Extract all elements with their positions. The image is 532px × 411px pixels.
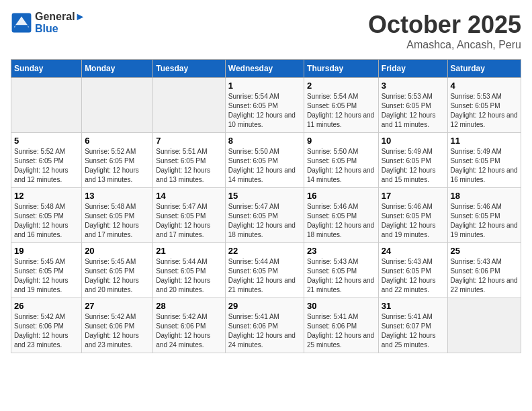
day-number: 31 <box>382 301 445 311</box>
day-number: 10 <box>382 136 445 146</box>
calendar-week-3: 12Sunrise: 5:48 AMSunset: 6:05 PMDayligh… <box>11 188 521 243</box>
day-info: Sunrise: 5:44 AMSunset: 6:05 PMDaylight:… <box>156 257 222 295</box>
calendar-cell: 5Sunrise: 5:52 AMSunset: 6:05 PMDaylight… <box>11 133 82 188</box>
day-info: Sunrise: 5:53 AMSunset: 6:05 PMDaylight:… <box>382 92 445 130</box>
calendar-cell: 29Sunrise: 5:41 AMSunset: 6:06 PMDayligh… <box>225 298 304 353</box>
calendar-cell: 7Sunrise: 5:51 AMSunset: 6:05 PMDaylight… <box>153 133 225 188</box>
day-info: Sunrise: 5:44 AMSunset: 6:05 PMDaylight:… <box>228 257 301 295</box>
calendar-week-2: 5Sunrise: 5:52 AMSunset: 6:05 PMDaylight… <box>11 133 521 188</box>
day-number: 7 <box>156 136 222 146</box>
day-number: 17 <box>382 191 445 201</box>
calendar-cell: 4Sunrise: 5:53 AMSunset: 6:05 PMDaylight… <box>447 78 521 133</box>
day-info: Sunrise: 5:43 AMSunset: 6:05 PMDaylight:… <box>382 257 445 295</box>
calendar-cell: 12Sunrise: 5:48 AMSunset: 6:05 PMDayligh… <box>11 188 82 243</box>
column-header-saturday: Saturday <box>447 60 521 78</box>
calendar-cell: 14Sunrise: 5:47 AMSunset: 6:05 PMDayligh… <box>153 188 225 243</box>
day-number: 30 <box>307 301 375 311</box>
day-info: Sunrise: 5:45 AMSunset: 6:05 PMDaylight:… <box>85 257 150 295</box>
day-info: Sunrise: 5:42 AMSunset: 6:06 PMDaylight:… <box>156 312 222 350</box>
day-info: Sunrise: 5:50 AMSunset: 6:05 PMDaylight:… <box>228 147 301 185</box>
calendar-cell: 17Sunrise: 5:46 AMSunset: 6:05 PMDayligh… <box>378 188 447 243</box>
day-number: 26 <box>14 301 79 311</box>
logo: General► Blue <box>11 11 85 35</box>
day-number: 14 <box>156 191 222 201</box>
calendar-cell: 31Sunrise: 5:41 AMSunset: 6:07 PMDayligh… <box>378 298 447 353</box>
day-info: Sunrise: 5:47 AMSunset: 6:05 PMDaylight:… <box>156 202 222 240</box>
day-number: 9 <box>307 136 375 146</box>
calendar-cell: 23Sunrise: 5:43 AMSunset: 6:05 PMDayligh… <box>304 243 379 298</box>
calendar-cell: 10Sunrise: 5:49 AMSunset: 6:05 PMDayligh… <box>378 133 447 188</box>
calendar-cell: 2Sunrise: 5:54 AMSunset: 6:05 PMDaylight… <box>304 78 379 133</box>
logo-icon <box>11 12 32 34</box>
day-number: 18 <box>451 191 518 201</box>
day-number: 5 <box>14 136 79 146</box>
calendar-cell: 21Sunrise: 5:44 AMSunset: 6:05 PMDayligh… <box>153 243 225 298</box>
calendar-cell <box>447 298 521 353</box>
calendar-cell: 6Sunrise: 5:52 AMSunset: 6:05 PMDaylight… <box>82 133 153 188</box>
day-number: 6 <box>85 136 150 146</box>
day-info: Sunrise: 5:53 AMSunset: 6:05 PMDaylight:… <box>451 92 518 130</box>
day-info: Sunrise: 5:51 AMSunset: 6:05 PMDaylight:… <box>156 147 222 185</box>
day-info: Sunrise: 5:43 AMSunset: 6:06 PMDaylight:… <box>451 257 518 295</box>
calendar-cell: 19Sunrise: 5:45 AMSunset: 6:05 PMDayligh… <box>11 243 82 298</box>
calendar-cell: 1Sunrise: 5:54 AMSunset: 6:05 PMDaylight… <box>225 78 304 133</box>
calendar-table: SundayMondayTuesdayWednesdayThursdayFrid… <box>11 59 521 353</box>
month-title: October 2025 <box>368 11 521 39</box>
day-info: Sunrise: 5:46 AMSunset: 6:05 PMDaylight:… <box>307 202 375 240</box>
day-info: Sunrise: 5:41 AMSunset: 6:07 PMDaylight:… <box>382 312 445 350</box>
page-header: General► Blue October 2025 Amashca, Anca… <box>11 11 521 51</box>
calendar-cell: 27Sunrise: 5:42 AMSunset: 6:06 PMDayligh… <box>82 298 153 353</box>
calendar-cell: 11Sunrise: 5:49 AMSunset: 6:05 PMDayligh… <box>447 133 521 188</box>
day-info: Sunrise: 5:45 AMSunset: 6:05 PMDaylight:… <box>14 257 79 295</box>
location-subtitle: Amashca, Ancash, Peru <box>368 39 521 51</box>
day-info: Sunrise: 5:48 AMSunset: 6:05 PMDaylight:… <box>14 202 79 240</box>
calendar-cell: 20Sunrise: 5:45 AMSunset: 6:05 PMDayligh… <box>82 243 153 298</box>
day-info: Sunrise: 5:47 AMSunset: 6:05 PMDaylight:… <box>228 202 301 240</box>
day-info: Sunrise: 5:43 AMSunset: 6:05 PMDaylight:… <box>307 257 375 295</box>
day-info: Sunrise: 5:46 AMSunset: 6:05 PMDaylight:… <box>382 202 445 240</box>
day-info: Sunrise: 5:49 AMSunset: 6:05 PMDaylight:… <box>451 147 518 185</box>
logo-text: General► Blue <box>35 11 85 35</box>
day-number: 25 <box>451 246 518 256</box>
day-info: Sunrise: 5:52 AMSunset: 6:05 PMDaylight:… <box>14 147 79 185</box>
day-info: Sunrise: 5:50 AMSunset: 6:05 PMDaylight:… <box>307 147 375 185</box>
calendar-cell: 26Sunrise: 5:42 AMSunset: 6:06 PMDayligh… <box>11 298 82 353</box>
calendar-cell: 15Sunrise: 5:47 AMSunset: 6:05 PMDayligh… <box>225 188 304 243</box>
day-number: 16 <box>307 191 375 201</box>
calendar-week-4: 19Sunrise: 5:45 AMSunset: 6:05 PMDayligh… <box>11 243 521 298</box>
day-number: 19 <box>14 246 79 256</box>
column-header-thursday: Thursday <box>304 60 379 78</box>
column-header-wednesday: Wednesday <box>225 60 304 78</box>
day-number: 24 <box>382 246 445 256</box>
day-info: Sunrise: 5:41 AMSunset: 6:06 PMDaylight:… <box>228 312 301 350</box>
calendar-cell: 25Sunrise: 5:43 AMSunset: 6:06 PMDayligh… <box>447 243 521 298</box>
calendar-cell: 13Sunrise: 5:48 AMSunset: 6:05 PMDayligh… <box>82 188 153 243</box>
day-number: 4 <box>451 81 518 91</box>
day-number: 23 <box>307 246 375 256</box>
calendar-cell: 30Sunrise: 5:41 AMSunset: 6:06 PMDayligh… <box>304 298 379 353</box>
day-info: Sunrise: 5:49 AMSunset: 6:05 PMDaylight:… <box>382 147 445 185</box>
day-number: 13 <box>85 191 150 201</box>
day-number: 29 <box>228 301 301 311</box>
day-number: 22 <box>228 246 301 256</box>
calendar-cell <box>11 78 82 133</box>
day-info: Sunrise: 5:41 AMSunset: 6:06 PMDaylight:… <box>307 312 375 350</box>
day-number: 12 <box>14 191 79 201</box>
calendar-week-5: 26Sunrise: 5:42 AMSunset: 6:06 PMDayligh… <box>11 298 521 353</box>
day-number: 8 <box>228 136 301 146</box>
day-number: 15 <box>228 191 301 201</box>
day-info: Sunrise: 5:42 AMSunset: 6:06 PMDaylight:… <box>85 312 150 350</box>
day-number: 2 <box>307 81 375 91</box>
calendar-week-1: 1Sunrise: 5:54 AMSunset: 6:05 PMDaylight… <box>11 78 521 133</box>
calendar-cell: 16Sunrise: 5:46 AMSunset: 6:05 PMDayligh… <box>304 188 379 243</box>
svg-rect-2 <box>15 25 28 29</box>
calendar-cell: 3Sunrise: 5:53 AMSunset: 6:05 PMDaylight… <box>378 78 447 133</box>
day-info: Sunrise: 5:52 AMSunset: 6:05 PMDaylight:… <box>85 147 150 185</box>
calendar-cell: 28Sunrise: 5:42 AMSunset: 6:06 PMDayligh… <box>153 298 225 353</box>
day-info: Sunrise: 5:54 AMSunset: 6:05 PMDaylight:… <box>228 92 301 130</box>
day-number: 28 <box>156 301 222 311</box>
day-number: 27 <box>85 301 150 311</box>
calendar-header-row: SundayMondayTuesdayWednesdayThursdayFrid… <box>11 60 521 78</box>
day-info: Sunrise: 5:42 AMSunset: 6:06 PMDaylight:… <box>14 312 79 350</box>
day-number: 20 <box>85 246 150 256</box>
